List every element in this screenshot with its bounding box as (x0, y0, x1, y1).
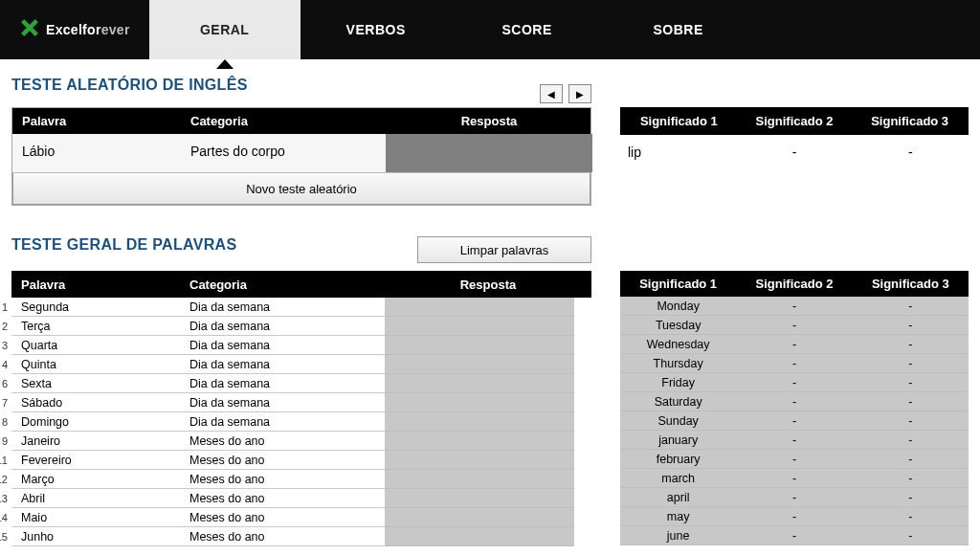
brand: Excelforever (0, 0, 149, 59)
new-random-test-button[interactable]: Novo teste aleatório (12, 172, 590, 205)
triangle-right-icon: ▶ (576, 89, 584, 100)
answer-input[interactable] (385, 451, 574, 470)
row-number: 15 (0, 527, 11, 546)
answer-input[interactable] (385, 527, 574, 546)
row-number: 7 (0, 393, 11, 412)
table-row: 9JaneiroMeses do ano (0, 432, 591, 451)
random-test-card: Palavra Categoria Resposta Lábio Partes … (11, 107, 591, 206)
col-meaning-2: Significado 2 (737, 108, 853, 134)
row-number: 9 (0, 432, 11, 451)
word-cell: Janeiro (11, 432, 180, 451)
row-number: 12 (0, 470, 11, 489)
meaning-2: - (736, 411, 852, 431)
table-row: april-- (620, 488, 969, 507)
tab-score[interactable]: SCORE (452, 0, 603, 59)
brand-part-1: Excel (46, 22, 82, 37)
meaning-1: Tuesday (620, 316, 736, 335)
meaning-3: - (853, 392, 969, 411)
meaning-1: april (620, 488, 736, 507)
random-meaning-3: - (853, 135, 969, 169)
nav-arrows: ◀ ▶ (540, 84, 591, 103)
random-meanings: Significado 1 Significado 2 Significado … (620, 107, 969, 169)
answer-input[interactable] (385, 355, 574, 374)
brand-logo-icon (19, 17, 40, 42)
word-cell: Sábado (11, 393, 180, 412)
random-test-row: Lábio Partes do corpo (12, 134, 590, 172)
meaning-2: - (736, 431, 852, 450)
row-number: 6 (0, 374, 11, 393)
category-cell: Dia da semana (180, 317, 385, 336)
word-test-table: Palavra Categoria Resposta 1SegundaDia d… (11, 271, 591, 546)
meaning-1: may (620, 507, 736, 526)
meaning-3: - (853, 526, 969, 545)
meaning-2: - (736, 507, 852, 526)
col-meaning-1: Significado 1 (620, 271, 736, 297)
col-category: Categoria (181, 108, 386, 134)
table-row: 1SegundaDia da semana (0, 298, 591, 317)
row-number: 2 (0, 317, 11, 336)
table-row: Monday-- (620, 297, 969, 316)
table-row: june-- (620, 526, 969, 545)
tab-geral[interactable]: GERAL (149, 0, 301, 59)
meaning-2: - (736, 297, 852, 316)
answer-input[interactable] (385, 412, 574, 432)
table-row: january-- (620, 431, 969, 450)
meaning-1: Friday (620, 373, 736, 392)
word-meanings-header: Significado 1 Significado 2 Significado … (620, 271, 969, 297)
meaning-3: - (853, 354, 969, 373)
answer-input[interactable] (385, 317, 574, 336)
clear-words-button[interactable]: Limpar palavras (417, 236, 591, 263)
meaning-2: - (736, 354, 852, 373)
meaning-3: - (853, 316, 969, 335)
word-test-header: Palavra Categoria Resposta (11, 272, 591, 298)
category-cell: Dia da semana (180, 412, 385, 432)
meaning-3: - (853, 469, 969, 488)
triangle-left-icon: ◀ (547, 89, 555, 100)
category-cell: Meses do ano (180, 527, 385, 546)
meaning-3: - (853, 507, 969, 526)
meaning-3: - (853, 297, 969, 316)
answer-input[interactable] (385, 489, 574, 508)
meaning-1: february (620, 450, 736, 469)
row-number: 13 (0, 489, 11, 508)
main-tabs: GERAL VERBOS SCORE SOBRE (149, 0, 754, 59)
table-row: Tuesday-- (620, 316, 969, 335)
col-meaning-2: Significado 2 (736, 271, 852, 297)
answer-input[interactable] (385, 336, 574, 355)
category-cell: Dia da semana (180, 298, 385, 317)
answer-input[interactable] (385, 298, 574, 317)
meaning-3: - (853, 431, 969, 450)
meaning-3: - (853, 335, 969, 354)
table-row: 15JunhoMeses do ano (0, 527, 591, 546)
meaning-3: - (853, 488, 969, 507)
meaning-1: Sunday (620, 411, 736, 431)
answer-input[interactable] (385, 470, 574, 489)
word-cell: Fevereiro (11, 451, 180, 470)
tab-verbos[interactable]: VERBOS (301, 0, 452, 59)
table-row: february-- (620, 450, 969, 469)
table-row: Wednesday-- (620, 335, 969, 354)
prev-button[interactable]: ◀ (540, 84, 563, 103)
answer-input[interactable] (385, 374, 574, 393)
col-answer: Resposta (386, 108, 592, 134)
answer-input[interactable] (385, 432, 574, 451)
answer-input[interactable] (385, 393, 574, 412)
meaning-3: - (853, 450, 969, 469)
table-row: Friday-- (620, 373, 969, 392)
word-cell: Segunda (11, 298, 180, 317)
word-cell: Março (11, 470, 180, 489)
tab-sobre[interactable]: SOBRE (603, 0, 754, 59)
table-row: 13AbrilMeses do ano (0, 489, 591, 508)
word-cell: Maio (11, 508, 180, 527)
row-number: 1 (0, 298, 11, 317)
meaning-2: - (736, 488, 852, 507)
random-answer-input[interactable] (386, 134, 592, 172)
answer-input[interactable] (385, 508, 574, 527)
table-row: Thursday-- (620, 354, 969, 373)
word-cell: Sexta (11, 374, 180, 393)
meaning-2: - (736, 335, 852, 354)
col-word: Palavra (11, 272, 180, 298)
category-cell: Dia da semana (180, 374, 385, 393)
next-button[interactable]: ▶ (568, 84, 591, 103)
category-cell: Meses do ano (180, 451, 385, 470)
